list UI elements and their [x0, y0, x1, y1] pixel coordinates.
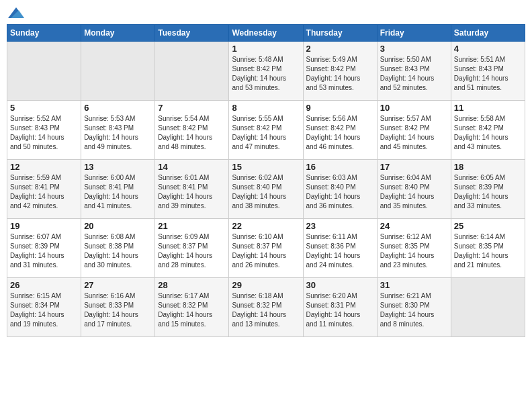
calendar-week-row: 12Sunrise: 5:59 AM Sunset: 8:41 PM Dayli…: [7, 160, 525, 219]
day-number: 22: [232, 221, 300, 231]
calendar-cell: 1Sunrise: 5:48 AM Sunset: 8:42 PM Daylig…: [229, 42, 303, 101]
day-number: 4: [454, 44, 522, 54]
day-number: 24: [380, 221, 448, 231]
day-number: 11: [454, 103, 522, 113]
day-number: 26: [10, 280, 78, 290]
calendar-cell: 15Sunrise: 6:02 AM Sunset: 8:40 PM Dayli…: [229, 160, 303, 219]
calendar-cell: 11Sunrise: 5:58 AM Sunset: 8:42 PM Dayli…: [451, 101, 525, 160]
calendar-cell: 25Sunrise: 6:14 AM Sunset: 8:35 PM Dayli…: [451, 219, 525, 278]
day-number: 16: [306, 162, 374, 172]
day-info: Sunrise: 6:11 AM Sunset: 8:36 PM Dayligh…: [306, 232, 374, 270]
day-info: Sunrise: 6:04 AM Sunset: 8:40 PM Dayligh…: [380, 173, 448, 211]
day-info: Sunrise: 5:51 AM Sunset: 8:43 PM Dayligh…: [454, 55, 522, 93]
calendar-week-row: 1Sunrise: 5:48 AM Sunset: 8:42 PM Daylig…: [7, 42, 525, 101]
calendar-cell: 14Sunrise: 6:01 AM Sunset: 8:41 PM Dayli…: [155, 160, 229, 219]
day-info: Sunrise: 5:48 AM Sunset: 8:42 PM Dayligh…: [232, 55, 300, 93]
calendar-cell: 24Sunrise: 6:12 AM Sunset: 8:35 PM Dayli…: [377, 219, 451, 278]
day-info: Sunrise: 5:55 AM Sunset: 8:42 PM Dayligh…: [232, 114, 300, 152]
day-info: Sunrise: 6:05 AM Sunset: 8:39 PM Dayligh…: [454, 173, 522, 211]
day-info: Sunrise: 5:52 AM Sunset: 8:43 PM Dayligh…: [10, 114, 78, 152]
day-number: 14: [158, 162, 226, 172]
page-header: [7, 7, 525, 19]
day-number: 2: [306, 44, 374, 54]
day-info: Sunrise: 6:02 AM Sunset: 8:40 PM Dayligh…: [232, 173, 300, 211]
calendar-cell: 6Sunrise: 5:53 AM Sunset: 8:43 PM Daylig…: [81, 101, 155, 160]
day-number: 3: [380, 44, 448, 54]
day-number: 17: [380, 162, 448, 172]
calendar-week-row: 26Sunrise: 6:15 AM Sunset: 8:34 PM Dayli…: [7, 278, 525, 337]
day-info: Sunrise: 6:14 AM Sunset: 8:35 PM Dayligh…: [454, 232, 522, 270]
calendar-week-row: 5Sunrise: 5:52 AM Sunset: 8:43 PM Daylig…: [7, 101, 525, 160]
day-number: 12: [10, 162, 78, 172]
day-number: 10: [380, 103, 448, 113]
calendar-cell: 7Sunrise: 5:54 AM Sunset: 8:42 PM Daylig…: [155, 101, 229, 160]
day-info: Sunrise: 6:07 AM Sunset: 8:39 PM Dayligh…: [10, 232, 78, 270]
day-info: Sunrise: 6:08 AM Sunset: 8:38 PM Dayligh…: [84, 232, 152, 270]
day-info: Sunrise: 5:50 AM Sunset: 8:43 PM Dayligh…: [380, 55, 448, 93]
calendar-cell: 22Sunrise: 6:10 AM Sunset: 8:37 PM Dayli…: [229, 219, 303, 278]
day-info: Sunrise: 6:01 AM Sunset: 8:41 PM Dayligh…: [158, 173, 226, 211]
day-number: 25: [454, 221, 522, 231]
day-info: Sunrise: 6:15 AM Sunset: 8:34 PM Dayligh…: [10, 291, 78, 329]
day-number: 9: [306, 103, 374, 113]
day-info: Sunrise: 5:59 AM Sunset: 8:41 PM Dayligh…: [10, 173, 78, 211]
day-info: Sunrise: 6:17 AM Sunset: 8:32 PM Dayligh…: [158, 291, 226, 329]
calendar-cell: 19Sunrise: 6:07 AM Sunset: 8:39 PM Dayli…: [7, 219, 81, 278]
calendar-cell: 29Sunrise: 6:18 AM Sunset: 8:32 PM Dayli…: [229, 278, 303, 337]
calendar-cell: 3Sunrise: 5:50 AM Sunset: 8:43 PM Daylig…: [377, 42, 451, 101]
calendar-cell: 2Sunrise: 5:49 AM Sunset: 8:42 PM Daylig…: [303, 42, 377, 101]
calendar-table: SundayMondayTuesdayWednesdayThursdayFrid…: [7, 24, 525, 337]
day-info: Sunrise: 6:21 AM Sunset: 8:30 PM Dayligh…: [380, 291, 448, 329]
day-info: Sunrise: 6:12 AM Sunset: 8:35 PM Dayligh…: [380, 232, 448, 270]
calendar-cell: 10Sunrise: 5:57 AM Sunset: 8:42 PM Dayli…: [377, 101, 451, 160]
calendar-cell: 26Sunrise: 6:15 AM Sunset: 8:34 PM Dayli…: [7, 278, 81, 337]
calendar-cell: [81, 42, 155, 101]
day-number: 5: [10, 103, 78, 113]
calendar-cell: 13Sunrise: 6:00 AM Sunset: 8:41 PM Dayli…: [81, 160, 155, 219]
calendar-cell: 18Sunrise: 6:05 AM Sunset: 8:39 PM Dayli…: [451, 160, 525, 219]
weekday-header-cell: Wednesday: [229, 25, 303, 42]
calendar-week-row: 19Sunrise: 6:07 AM Sunset: 8:39 PM Dayli…: [7, 219, 525, 278]
day-info: Sunrise: 5:49 AM Sunset: 8:42 PM Dayligh…: [306, 55, 374, 93]
calendar-cell: 23Sunrise: 6:11 AM Sunset: 8:36 PM Dayli…: [303, 219, 377, 278]
weekday-header-cell: Thursday: [303, 25, 377, 42]
calendar-cell: 5Sunrise: 5:52 AM Sunset: 8:43 PM Daylig…: [7, 101, 81, 160]
calendar-cell: 21Sunrise: 6:09 AM Sunset: 8:37 PM Dayli…: [155, 219, 229, 278]
calendar-cell: 27Sunrise: 6:16 AM Sunset: 8:33 PM Dayli…: [81, 278, 155, 337]
day-number: 31: [380, 280, 448, 290]
calendar-cell: 9Sunrise: 5:56 AM Sunset: 8:42 PM Daylig…: [303, 101, 377, 160]
day-number: 8: [232, 103, 300, 113]
day-number: 20: [84, 221, 152, 231]
day-number: 23: [306, 221, 374, 231]
day-info: Sunrise: 6:00 AM Sunset: 8:41 PM Dayligh…: [84, 173, 152, 211]
day-number: 28: [158, 280, 226, 290]
calendar-cell: 17Sunrise: 6:04 AM Sunset: 8:40 PM Dayli…: [377, 160, 451, 219]
day-info: Sunrise: 5:54 AM Sunset: 8:42 PM Dayligh…: [158, 114, 226, 152]
day-info: Sunrise: 5:57 AM Sunset: 8:42 PM Dayligh…: [380, 114, 448, 152]
logo-icon: [8, 7, 24, 19]
day-number: 27: [84, 280, 152, 290]
day-number: 15: [232, 162, 300, 172]
day-number: 13: [84, 162, 152, 172]
day-number: 7: [158, 103, 226, 113]
weekday-header-row: SundayMondayTuesdayWednesdayThursdayFrid…: [7, 25, 525, 42]
calendar-cell: 20Sunrise: 6:08 AM Sunset: 8:38 PM Dayli…: [81, 219, 155, 278]
weekday-header-cell: Monday: [81, 25, 155, 42]
calendar-cell: 8Sunrise: 5:55 AM Sunset: 8:42 PM Daylig…: [229, 101, 303, 160]
calendar-cell: [451, 278, 525, 337]
day-info: Sunrise: 6:16 AM Sunset: 8:33 PM Dayligh…: [84, 291, 152, 329]
calendar-cell: [155, 42, 229, 101]
day-number: 21: [158, 221, 226, 231]
calendar-body: 1Sunrise: 5:48 AM Sunset: 8:42 PM Daylig…: [7, 42, 525, 337]
day-number: 6: [84, 103, 152, 113]
weekday-header-cell: Friday: [377, 25, 451, 42]
calendar-cell: 31Sunrise: 6:21 AM Sunset: 8:30 PM Dayli…: [377, 278, 451, 337]
day-number: 19: [10, 221, 78, 231]
calendar-cell: 16Sunrise: 6:03 AM Sunset: 8:40 PM Dayli…: [303, 160, 377, 219]
day-info: Sunrise: 6:09 AM Sunset: 8:37 PM Dayligh…: [158, 232, 226, 270]
day-info: Sunrise: 6:18 AM Sunset: 8:32 PM Dayligh…: [232, 291, 300, 329]
day-number: 29: [232, 280, 300, 290]
day-info: Sunrise: 6:10 AM Sunset: 8:37 PM Dayligh…: [232, 232, 300, 270]
day-number: 30: [306, 280, 374, 290]
day-number: 1: [232, 44, 300, 54]
